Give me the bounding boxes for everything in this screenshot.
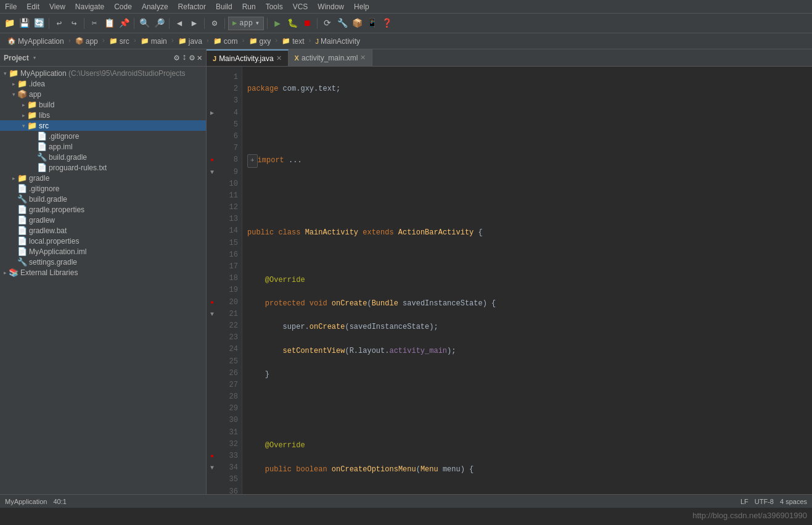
gutter-breakpoint-3[interactable]: ● <box>208 450 216 462</box>
menu-navigate[interactable]: Navigate <box>70 1 109 12</box>
toolbar-app-dropdown[interactable]: ▶ app ▾ <box>228 17 264 30</box>
tree-item-build[interactable]: ▸ 📁 build <box>0 99 206 110</box>
menu-view[interactable]: View <box>44 1 70 12</box>
tree-item-root[interactable]: ▾ 📁 MyApplication (C:\Users\95\AndroidSt… <box>0 68 206 78</box>
toolbar-sdk-btn[interactable]: 📦 <box>350 17 364 30</box>
tree-item-app[interactable]: ▾ 📦 app <box>0 89 206 99</box>
menu-window[interactable]: Window <box>313 1 349 12</box>
code-line-5 <box>247 180 812 191</box>
code-line-18 <box>247 487 812 494</box>
panel-close-icon[interactable]: ✕ <box>197 52 202 63</box>
tree-item-gradle[interactable]: ▸ 📁 gradle <box>0 173 206 183</box>
tree-item-gradlew[interactable]: 📄 gradlew <box>0 215 206 225</box>
tree-item-myappiml[interactable]: 📄 MyApplication.iml <box>0 246 206 257</box>
tab-bar: J MainActivity.java ✕ X activity_main.xm… <box>207 49 812 67</box>
code-area[interactable]: package com.gxy.text; +import ... public… <box>242 67 812 494</box>
toolbar-undo-btn[interactable]: ↩ <box>52 17 66 30</box>
toolbar-run-btn[interactable]: ▶ <box>271 17 284 30</box>
menu-vcs[interactable]: VCS <box>288 1 313 12</box>
project-tree: ▾ 📁 MyApplication (C:\Users\95\AndroidSt… <box>0 67 206 494</box>
editor-content[interactable]: ▶ ● ▼ ● ▼ <box>207 67 812 494</box>
toolbar-paste-btn[interactable]: 📌 <box>117 17 131 30</box>
tab-activityxml[interactable]: X activity_main.xml ✕ <box>289 49 373 66</box>
toolbar-copy-btn[interactable]: 📋 <box>102 17 116 30</box>
code-line-11: super.onCreate(savedInstanceState); <box>247 321 812 333</box>
menu-help[interactable]: Help <box>349 1 374 12</box>
toolbar-avd-btn[interactable]: 📱 <box>365 17 379 30</box>
menu-code[interactable]: Code <box>109 1 137 12</box>
breadcrumb-com[interactable]: 📁com <box>211 36 240 46</box>
tree-item-buildgradle1[interactable]: 🔧 build.gradle <box>0 152 206 162</box>
toolbar-sync2-btn[interactable]: ⟳ <box>321 17 334 30</box>
menu-edit[interactable]: Edit <box>22 1 44 12</box>
panel-tools: ⚙ ↕ ⚙ ✕ <box>174 52 202 63</box>
fold-method2-icon[interactable]: ▼ <box>208 308 216 320</box>
fold-method1-icon[interactable]: ▼ <box>208 167 216 178</box>
tree-item-gradleprops[interactable]: 📄 gradle.properties <box>0 204 206 215</box>
code-line-15 <box>247 416 812 428</box>
tab-java-icon: J <box>213 55 216 62</box>
menu-bar: File Edit View Navigate Code Analyze Ref… <box>0 0 812 14</box>
tree-item-src[interactable]: ▾ 📁 src <box>0 120 206 131</box>
breadcrumb-mainactivity[interactable]: JMainActivity <box>313 36 363 46</box>
breadcrumb-gxy[interactable]: 📁gxy <box>247 36 274 46</box>
tab-activityxml-close[interactable]: ✕ <box>360 54 366 62</box>
toolbar-redo-btn[interactable]: ↪ <box>67 17 81 30</box>
breadcrumb-myapp[interactable]: 🏠MyApplication <box>5 36 67 46</box>
breadcrumb-app[interactable]: 📦app <box>73 36 100 46</box>
tree-item-gradlewbat[interactable]: 📄 gradlew.bat <box>0 225 206 236</box>
tree-item-gitignore1[interactable]: 📄 .gitignore <box>0 131 206 141</box>
toolbar-search-btn[interactable]: 🔍 <box>137 17 151 30</box>
breadcrumb-java[interactable]: 📁java <box>176 36 205 46</box>
toolbar-stop-btn[interactable]: ⏹ <box>300 17 314 30</box>
tree-item-settingsgradle[interactable]: 🔧 settings.gradle <box>0 257 206 267</box>
bc-sep2: › <box>102 38 105 44</box>
menu-build[interactable]: Build <box>211 1 237 12</box>
toolbar-sep6 <box>224 18 225 29</box>
toolbar-settings-btn[interactable]: ⚙ <box>208 17 221 30</box>
toolbar-cut-btn[interactable]: ✂ <box>88 17 101 30</box>
tree-item-extlibs[interactable]: ▸ 📚 External Libraries <box>0 267 206 278</box>
tree-item-libs[interactable]: ▸ 📁 libs <box>0 110 206 120</box>
tab-xml-icon: X <box>295 54 299 62</box>
tree-item-proguard[interactable]: 📄 proguard-rules.txt <box>0 162 206 173</box>
tab-mainactivity-close[interactable]: ✕ <box>276 54 282 62</box>
tree-item-localprops[interactable]: 📄 local.properties <box>0 236 206 246</box>
menu-analyze[interactable]: Analyze <box>137 1 173 12</box>
panel-sort-icon[interactable]: ↕ <box>182 52 187 63</box>
toolbar-nav-back-btn[interactable]: ◀ <box>173 17 186 30</box>
tree-item-buildgradle2[interactable]: 🔧 build.gradle <box>0 194 206 204</box>
bc-sep6: › <box>242 38 245 44</box>
breadcrumb-src[interactable]: 📁src <box>107 36 132 46</box>
status-memory: MyApplication <box>5 498 47 505</box>
editor-area: J MainActivity.java ✕ X activity_main.xm… <box>207 49 812 494</box>
menu-refactor[interactable]: Refactor <box>173 1 211 12</box>
bc-sep3: › <box>133 38 137 44</box>
toolbar-debug-btn[interactable]: 🐛 <box>285 17 299 30</box>
fold-import-icon[interactable]: ▶ <box>208 107 216 119</box>
panel-dropdown[interactable]: ▾ <box>33 54 37 62</box>
menu-tools[interactable]: Tools <box>261 1 288 12</box>
toolbar-help2-btn[interactable]: ❓ <box>380 17 393 30</box>
gutter-breakpoint-2[interactable]: ● <box>208 297 216 308</box>
tree-item-idea[interactable]: ▸ 📁 .idea <box>0 78 206 89</box>
line-numbers: 1 2 3 4 5 6 7 8 9 10 11 12 13 14 15 16 1… <box>218 67 242 494</box>
panel-settings-icon[interactable]: ⚙ <box>189 52 194 63</box>
panel-header: Project ▾ ⚙ ↕ ⚙ ✕ <box>0 49 206 67</box>
toolbar-nav-fwd-btn[interactable]: ▶ <box>187 17 201 30</box>
menu-file[interactable]: File <box>0 1 22 12</box>
tree-item-appiml[interactable]: 📄 app.iml <box>0 141 206 152</box>
toolbar-gradle-btn[interactable]: 🔧 <box>335 17 349 30</box>
toolbar-sync-btn[interactable]: 🔄 <box>32 17 46 30</box>
tab-mainactivity[interactable]: J MainActivity.java ✕ <box>207 49 289 66</box>
menu-run[interactable]: Run <box>237 1 261 12</box>
gutter-breakpoint-1[interactable]: ● <box>208 154 216 166</box>
toolbar-project-btn[interactable]: 📁 <box>2 17 16 30</box>
fold-method3-icon[interactable]: ▼ <box>208 462 216 474</box>
breadcrumb-main[interactable]: 📁main <box>138 36 170 46</box>
breadcrumb-text[interactable]: 📁text <box>279 36 306 46</box>
toolbar-find-btn[interactable]: 🔎 <box>152 17 166 30</box>
panel-gear-icon[interactable]: ⚙ <box>174 52 179 63</box>
toolbar-save-btn[interactable]: 💾 <box>17 17 31 30</box>
tree-item-gitignore2[interactable]: 📄 .gitignore <box>0 183 206 194</box>
